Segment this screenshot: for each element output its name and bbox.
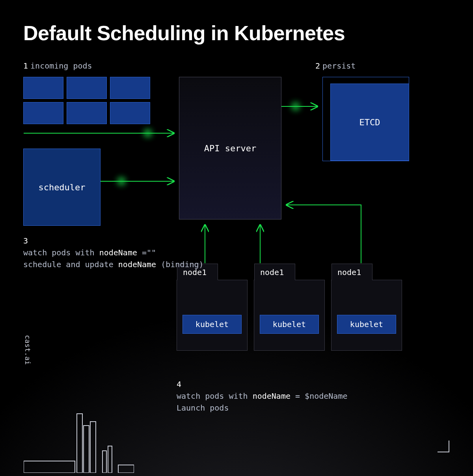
svg-point-3	[117, 177, 125, 185]
brand-text: cast.ai	[24, 335, 32, 365]
scheduler-label: scheduler	[38, 182, 85, 192]
kubelet-label: kubelet	[196, 320, 229, 329]
pod	[23, 102, 63, 124]
step-1-num: 1	[23, 61, 28, 71]
svg-rect-13	[108, 446, 112, 473]
step-4-num: 4	[177, 379, 181, 389]
kubelet-label: kubelet	[273, 320, 306, 329]
node-name: node1	[260, 268, 284, 277]
pod	[110, 102, 150, 124]
api-server-box: API server	[179, 77, 281, 219]
s4-l1a: watch pods with	[177, 391, 253, 401]
step-2-text: persist	[322, 61, 356, 71]
nodes-row: node1 kubelet node1 kubelet node1 kubele…	[177, 280, 402, 351]
node-tab: node1	[331, 264, 372, 280]
s4-l1b: nodeName	[253, 391, 291, 401]
kubelet-box: kubelet	[182, 315, 242, 334]
step-2-num: 2	[315, 61, 320, 71]
svg-rect-11	[90, 422, 96, 473]
etcd-box: ETCD	[330, 84, 409, 161]
node-box: node1 kubelet	[331, 280, 402, 351]
page-title: Default Scheduling in Kubernetes	[23, 21, 345, 45]
pod	[110, 77, 150, 99]
api-server-label: API server	[204, 143, 256, 153]
svg-rect-12	[102, 451, 106, 473]
kubelet-box: kubelet	[337, 315, 396, 334]
node-box: node1 kubelet	[254, 280, 325, 351]
svg-rect-8	[24, 461, 75, 473]
node-name: node1	[337, 268, 361, 277]
svg-rect-9	[77, 414, 82, 473]
step-4-text: 4 watch pods with nodeName = $nodeName L…	[177, 378, 347, 414]
kubelet-label: kubelet	[350, 320, 383, 329]
step-1-text: incoming pods	[30, 61, 92, 71]
step-2-label: 2persist	[315, 61, 356, 71]
step-1-label: 1incoming pods	[23, 61, 92, 71]
svg-point-1	[144, 129, 152, 137]
node-box: node1 kubelet	[177, 280, 248, 351]
svg-rect-14	[118, 465, 134, 473]
s4-l1c: = $nodeName	[291, 391, 348, 401]
scheduler-box: scheduler	[23, 149, 101, 226]
etcd-label: ETCD	[359, 117, 380, 127]
s3-l2b: nodeName	[118, 260, 156, 269]
pod	[67, 102, 107, 124]
pod	[23, 77, 63, 99]
svg-rect-10	[84, 426, 89, 473]
svg-point-5	[292, 102, 300, 110]
s3-l2a: schedule and update	[23, 260, 118, 269]
s3-l2c: (binding)	[156, 260, 203, 269]
decorative-bars-icon	[24, 410, 134, 473]
pod	[67, 77, 107, 99]
s3-l1c: =""	[137, 248, 156, 257]
incoming-pods-grid	[23, 77, 150, 124]
node-tab: node1	[254, 264, 295, 280]
s3-l1b: nodeName	[99, 248, 137, 257]
s3-l1a: watch pods with	[23, 248, 99, 257]
step-3-num: 3	[23, 236, 28, 245]
s4-l2: Launch pods	[177, 402, 347, 414]
step-3-text: 3 watch pods with nodeName ="" schedule …	[23, 235, 204, 270]
corner-mark-icon	[438, 441, 449, 452]
kubelet-box: kubelet	[260, 315, 319, 334]
